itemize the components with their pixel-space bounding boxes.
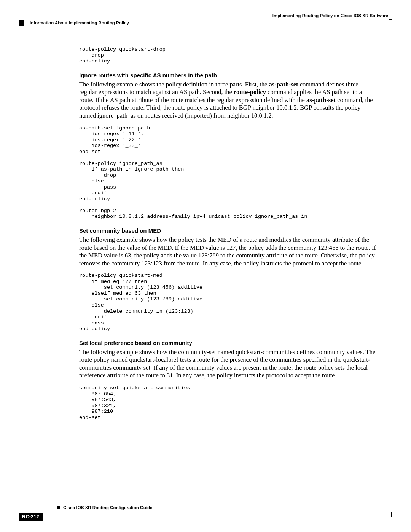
header-left-wrap: Information About Implementing Routing P… <box>19 20 392 26</box>
section-heading-3: Set local preference based on community <box>79 340 377 346</box>
header-right-text: Implementing Routing Policy on Cisco IOS… <box>272 13 388 18</box>
header-right: Implementing Routing Policy on Cisco IOS… <box>19 13 392 18</box>
footer-right-tick-icon <box>391 512 392 517</box>
section-heading-2: Set community based on MED <box>79 227 377 234</box>
page-number: RC-212 <box>19 513 43 521</box>
content-area: route-policy quickstart-drop drop end-po… <box>19 26 392 420</box>
s1-b2: route-policy <box>234 88 266 96</box>
code-block-1: route-policy quickstart-drop drop end-po… <box>79 46 377 64</box>
header-marker-icon <box>19 20 24 26</box>
code-block-4: community-set quickstart-communities 987… <box>79 385 377 420</box>
code-block-2: as-path-set ignore_path ios-regex '_11_'… <box>79 125 377 220</box>
footer-rule <box>19 511 392 511</box>
body-text-2: The following example shows how the poli… <box>79 236 377 268</box>
header-left-text: Information About Implementing Routing P… <box>30 21 129 25</box>
section-heading-1: Ignore routes with specific AS numbers i… <box>79 72 377 78</box>
footer-title: Cisco IOS XR Routing Configuration Guide <box>63 505 152 510</box>
footer-marker-icon <box>57 506 60 509</box>
s1-b3: as-path-set <box>306 96 336 104</box>
body-text-1: The following example shows the policy d… <box>79 81 377 120</box>
body-text-3: The following example shows how the comm… <box>79 348 377 380</box>
s1-b1: as-path-set <box>269 81 298 88</box>
header-left: Information About Implementing Routing P… <box>30 21 129 25</box>
s1-p1: The following example shows the policy d… <box>79 81 269 88</box>
footer: Cisco IOS XR Routing Configuration Guide… <box>19 505 392 521</box>
code-block-3: route-policy quickstart-med if med eq 12… <box>79 273 377 332</box>
footer-line: Cisco IOS XR Routing Configuration Guide <box>19 505 392 510</box>
